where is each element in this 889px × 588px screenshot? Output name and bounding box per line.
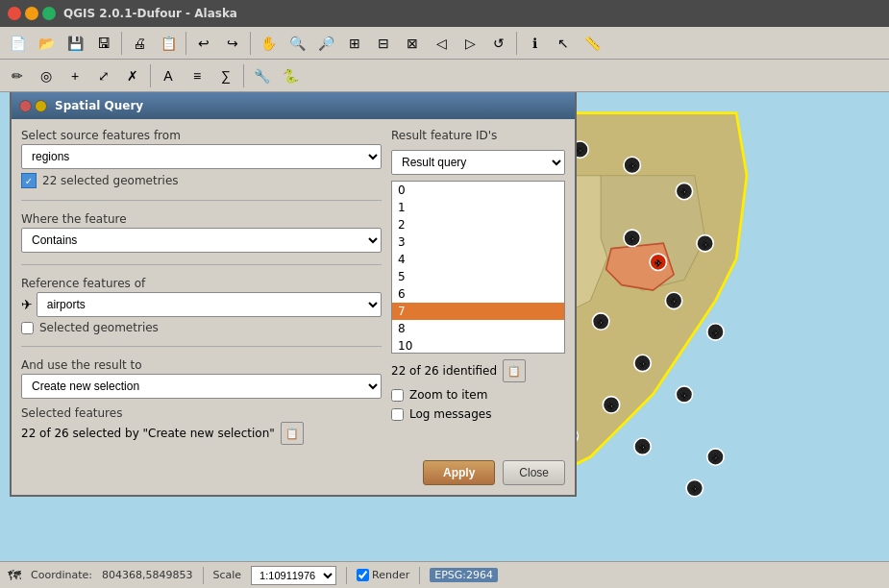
dialog-controls[interactable] (19, 100, 47, 112)
print-composer-button[interactable]: 📋 (155, 30, 182, 57)
list-item-2[interactable]: 2 (392, 216, 564, 233)
save-as-button[interactable]: 🖫 (90, 30, 117, 57)
status-icon: 🗺 (8, 568, 21, 583)
zoom-checkbox[interactable] (391, 389, 404, 402)
pan-button[interactable]: ✋ (255, 30, 282, 57)
list-item-1[interactable]: 1 (392, 199, 564, 216)
result-query-combo-wrapper[interactable]: Result query (391, 150, 565, 175)
digitize-button[interactable]: ✏ (4, 62, 31, 89)
zoom-in-button[interactable]: 🔍 (284, 30, 310, 57)
zoom-full-button[interactable]: ⊞ (341, 30, 368, 57)
window-minimize-button[interactable] (25, 7, 38, 20)
window-controls[interactable] (8, 7, 56, 20)
list-item-7[interactable]: 7 (392, 303, 564, 320)
where-combo[interactable]: Contains Intersects Is within Crosses Ov… (21, 228, 382, 253)
zoom-next-button[interactable]: ▷ (457, 30, 483, 57)
zoom-previous-button[interactable]: ◁ (428, 30, 455, 57)
python-button[interactable]: 🐍 (277, 62, 304, 89)
status-sep-2 (346, 567, 347, 584)
coordinate-value: 804368,5849853 (102, 569, 192, 581)
render-checkbox[interactable] (357, 569, 369, 581)
identify-button[interactable]: ℹ (521, 30, 548, 57)
result-query-combo[interactable]: Result query (391, 150, 565, 175)
sep-1 (21, 200, 382, 201)
print-button[interactable]: 🖨 (126, 30, 153, 57)
status-bar: 🗺 Coordinate: 804368,5849853 Scale 1:109… (0, 561, 889, 588)
delete-selected-button[interactable]: ✗ (119, 62, 146, 89)
result-list[interactable]: 0 1 2 3 4 5 6 7 8 10 12 (391, 181, 565, 354)
svg-text:✈: ✈ (680, 391, 687, 401)
result-combo-wrapper[interactable]: Create new selection Add to current sele… (21, 374, 382, 399)
source-combo-wrapper[interactable]: regions airports alaska (21, 144, 382, 169)
spatial-query-dialog: Spatial Query Select source features fro… (10, 92, 577, 497)
selected-features-icon-btn[interactable]: 📋 (281, 422, 304, 445)
list-item-10[interactable]: 10 (392, 337, 564, 354)
svg-text:✈: ✈ (712, 329, 719, 338)
log-checkbox[interactable] (391, 408, 404, 421)
result-combo[interactable]: Create new selection Add to current sele… (21, 374, 382, 399)
ref-combo[interactable]: airports regions alaska (37, 292, 382, 317)
dialog-buttons: Apply Close (12, 454, 575, 495)
ref-combo-wrapper[interactable]: ✈ airports regions alaska (21, 292, 382, 317)
svg-text:✈: ✈ (639, 359, 646, 369)
plugins-button[interactable]: 🔧 (248, 62, 275, 89)
undo-button[interactable]: ↩ (190, 30, 217, 57)
node-tool-button[interactable]: ◎ (33, 62, 60, 89)
list-item-0[interactable]: 0 (392, 182, 564, 199)
where-section: Where the feature Contains Intersects Is… (21, 212, 382, 253)
svg-text:✈: ✈ (712, 453, 719, 463)
measure-button[interactable]: 📏 (579, 30, 605, 57)
move-feature-button[interactable]: ⤢ (90, 62, 117, 89)
select-button[interactable]: ↖ (550, 30, 577, 57)
attribute-table-button[interactable]: ≡ (184, 62, 210, 89)
list-item-8[interactable]: 8 (392, 320, 564, 337)
source-label: Select source features from (21, 129, 382, 142)
zoom-layer-button[interactable]: ⊟ (370, 30, 397, 57)
selected-geom-checkbox[interactable]: ✓ (21, 173, 37, 188)
window-close-button[interactable] (8, 7, 21, 20)
list-item-3[interactable]: 3 (392, 233, 564, 251)
scale-select[interactable]: 1:10911976 (251, 566, 336, 585)
identified-icon-btn[interactable]: 📋 (503, 359, 526, 382)
new-project-button[interactable]: 📄 (4, 30, 31, 57)
epsg-badge: EPSG:2964 (430, 568, 498, 582)
source-section: Select source features from regions airp… (21, 129, 382, 188)
status-sep-3 (419, 567, 420, 584)
zoom-row: Zoom to item (391, 388, 565, 402)
svg-text:✈: ✈ (577, 146, 583, 156)
identified-label: 22 of 26 identified (391, 364, 497, 378)
dialog-body: Select source features from regions airp… (12, 119, 575, 454)
selected-features-row: 22 of 26 selected by "Create new selecti… (21, 422, 382, 445)
label-button[interactable]: A (155, 62, 182, 89)
where-combo-wrapper[interactable]: Contains Intersects Is within Crosses Ov… (21, 228, 382, 253)
dialog-left-panel: Select source features from regions airp… (21, 129, 391, 445)
open-project-button[interactable]: 📂 (33, 30, 60, 57)
sel-geom-check-row: Selected geometries (21, 321, 382, 334)
dialog-close-btn[interactable] (19, 100, 32, 112)
sel-geom-checkbox[interactable] (21, 322, 34, 334)
ref-section: Reference features of ✈ airports regions… (21, 277, 382, 334)
source-combo[interactable]: regions airports alaska (21, 144, 382, 169)
window-maximize-button[interactable] (42, 7, 56, 20)
refresh-button[interactable]: ↺ (485, 30, 512, 57)
zoom-selection-button[interactable]: ⊠ (399, 30, 426, 57)
redo-button[interactable]: ↪ (219, 30, 246, 57)
render-label: Render (372, 569, 409, 581)
list-item-4[interactable]: 4 (392, 251, 564, 268)
list-item-6[interactable]: 6 (392, 285, 564, 303)
list-item-5[interactable]: 5 (392, 268, 564, 285)
zoom-label: Zoom to item (409, 388, 487, 402)
toolbar-separator-2 (185, 32, 186, 55)
apply-button[interactable]: Apply (423, 460, 495, 485)
dialog-min-btn[interactable] (35, 100, 47, 112)
add-feature-button[interactable]: + (62, 62, 88, 89)
selected-features-section: Selected features 22 of 26 selected by "… (21, 406, 382, 445)
field-calc-button[interactable]: ∑ (212, 62, 239, 89)
svg-text:✈: ✈ (680, 187, 687, 197)
save-project-button[interactable]: 💾 (62, 30, 88, 57)
result-label: And use the result to (21, 358, 382, 372)
selected-features-value: 22 of 26 selected by "Create new selecti… (21, 427, 275, 440)
selected-geom-row: ✓ 22 selected geometries (21, 173, 382, 188)
close-dialog-button[interactable]: Close (503, 460, 565, 485)
zoom-out-button[interactable]: 🔎 (312, 30, 339, 57)
